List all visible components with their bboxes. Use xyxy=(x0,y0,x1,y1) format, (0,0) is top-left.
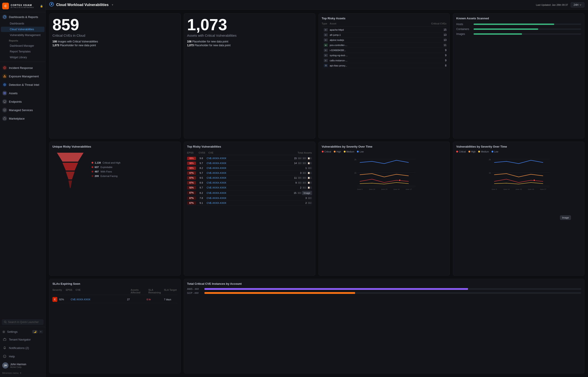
cve-id[interactable]: CVE-XXXX-XXXX xyxy=(71,298,125,301)
list-item[interactable]: ⊞ i-024669436f... 9 xyxy=(322,48,447,53)
svg-rect-12 xyxy=(5,93,6,94)
sidebar-item-marketplace[interactable]: Marketplace xyxy=(0,114,45,122)
critical-cves-sub1: 108 Images with Critical Vulnerabilities xyxy=(52,40,177,43)
settings-label: Settings xyxy=(7,330,18,333)
light-mode-btn[interactable]: ☀ xyxy=(38,330,43,333)
cve-id[interactable]: CVE-XXXX-XXXX xyxy=(207,186,294,189)
notifications-item[interactable]: Notifications (2) xyxy=(0,344,45,352)
asset-icons: ⊞2📋1 xyxy=(302,172,312,174)
time-range-selector[interactable]: 24H xyxy=(571,2,584,8)
table-row[interactable]: 99% 9.8 CVE-XXXX-XXXX 15 ⊞4⊞5📋5 xyxy=(187,156,312,161)
chevron-down-icon xyxy=(579,4,582,6)
topbar: Cloud Workload Vulnerabilities ▾ Last Up… xyxy=(46,0,588,10)
detection-icon xyxy=(2,82,7,87)
tenant-navigator-item[interactable]: Tenant Navigator xyxy=(0,335,45,344)
minimize-menu-btn[interactable]: Minimize menu xyxy=(0,370,45,376)
list-item[interactable]: ⊞ apache:httpd 15 xyxy=(322,27,447,33)
cve-id[interactable]: CVE-XXXX-XXXX xyxy=(207,181,289,184)
svg-marker-29 xyxy=(66,172,75,179)
sidebar-item-vuln-mgmt[interactable]: Vulnerability Management xyxy=(1,33,45,38)
list-item[interactable]: ▣ pos-controller-... 11 xyxy=(322,43,447,48)
asset-icons: ⊞5⊞5📋1 xyxy=(298,177,312,179)
table-row[interactable]: 97% 8.9 CVE-XXXX-XXXX 9 ⊞3⊞3📋3 xyxy=(187,180,312,185)
table-row[interactable]: C 92% CVE-XXXX-XXXX 27 6 hr 7 days xyxy=(52,296,177,303)
sidebar-item-dashboards-sub[interactable]: Dashboards xyxy=(1,21,45,26)
table-row[interactable]: 87% 8.2 CVE-XXXX-XXXX 15 ⊞4 Image xyxy=(187,190,312,196)
managed-icon xyxy=(2,107,7,112)
col-asset: Asset xyxy=(330,22,429,25)
sla-col-assets: Assets Affected xyxy=(131,289,149,294)
assets-critical-number: 1,073 xyxy=(187,17,312,33)
table-row[interactable]: 87% 7.8 CVE-XXXX-XXXX 3 ⊞3 xyxy=(187,196,312,201)
svg-rect-10 xyxy=(5,92,6,93)
cve-id[interactable]: CVE-XXXX-XXXX xyxy=(207,197,299,199)
cve-id[interactable]: CVE-XXXX-XXXX xyxy=(207,177,289,179)
cvss-value: 9.7 xyxy=(197,186,206,189)
cve-id[interactable]: CVE-XXXX-XXXX xyxy=(207,157,289,160)
list-item[interactable]: ⊞ alpine:nodejs 13 xyxy=(322,37,447,43)
table-row[interactable]: 98% 9.7 CVE-XXXX-XXXX 14 ⊞3⊞5📋5 xyxy=(187,161,312,166)
account-gcp-label: GCP - ### xyxy=(187,292,203,294)
sidebar-item-report-templates[interactable]: Report Templates xyxy=(1,49,45,54)
dark-mode-btn[interactable]: 🌙 xyxy=(32,330,37,333)
sidebar-item-assets[interactable]: Assets xyxy=(0,88,45,97)
assets-count: 11 xyxy=(290,177,297,179)
table-row[interactable]: 87% 9.1 CVE-XXXX-XXXX 2 ⊞2 xyxy=(187,201,312,206)
list-item[interactable]: ⊞ afr-jump-1 13 xyxy=(322,33,447,37)
sidebar-item-dashboards[interactable]: Dashboards & Reports xyxy=(0,12,45,21)
quick-launcher-search[interactable]: Search in Quick Launcher xyxy=(2,319,44,325)
user-profile[interactable]: JH John Harmon Acme Corp. xyxy=(0,361,45,370)
assets-count: 14 xyxy=(290,162,297,165)
table-row[interactable]: 97% 9.5 CVE-XXXX-XXXX 11 ⊞5⊞5📋1 xyxy=(187,176,312,180)
cve-id[interactable]: CVE-XXXX-XXXX xyxy=(207,202,299,204)
cve-id[interactable]: CVE-XXXX-XXXX xyxy=(207,192,289,194)
list-item[interactable]: ⊞ syslog-ng-test-... 9 xyxy=(322,53,447,58)
help-item[interactable]: ? Help xyxy=(0,352,45,361)
list-item[interactable]: ⊞ callu-instance-... 9 xyxy=(322,58,447,63)
table-row[interactable]: 97% 9.7 CVE-XXXX-XXXX 3 ⊞2📋1 xyxy=(187,171,312,176)
sidebar-item-detection[interactable]: Detection & Threat Intel xyxy=(0,80,45,88)
settings-item[interactable]: Settings 🌙 ☀ xyxy=(0,328,45,335)
list-item[interactable]: 🖼 api-rbac-proxy... 8 xyxy=(322,63,447,68)
sidebar-item-cloud-vulns[interactable]: Cloud Vulnerabilities xyxy=(1,27,45,32)
sidebar-item-managed[interactable]: Managed Services xyxy=(0,105,45,114)
cve-id[interactable]: CVE-XXXX-XXXX xyxy=(207,167,299,169)
sidebar-item-endpoints[interactable]: Endpoints xyxy=(0,97,45,105)
detection-label: Detection & Threat Intel xyxy=(9,83,39,86)
page-title: Cloud Workload Vulnerabilities xyxy=(56,3,109,7)
exposure-label: Exposure Management xyxy=(9,75,39,78)
cve-id[interactable]: CVE-XXXX-XXXX xyxy=(207,162,289,165)
cve-id[interactable]: CVE-XXXX-XXXX xyxy=(207,172,294,174)
sidebar-item-incident[interactable]: Incident Response xyxy=(0,63,45,71)
epss-badge: 98% xyxy=(187,162,196,165)
col-cvss: CVSS xyxy=(199,151,208,154)
unique-risky-card: Unique Risky Vulnerabilities 1,138 Cr xyxy=(49,141,181,276)
svg-text:June 17: June 17 xyxy=(540,188,546,190)
svg-rect-22 xyxy=(3,339,6,341)
svg-text:2k: 2k xyxy=(489,158,491,161)
epss-pct: 92% xyxy=(59,298,69,301)
svg-marker-30 xyxy=(69,180,72,188)
sidebar-item-dashboard-manager[interactable]: Dashboard Manager xyxy=(1,43,45,48)
assets-count: 15 xyxy=(290,157,297,160)
page-dropdown-icon[interactable]: ▾ xyxy=(112,3,113,6)
sla-col-epss: EPSS xyxy=(66,289,76,294)
table-row[interactable]: 92% 9.7 CVE-XXXX-XXXX 2 ⊞1📋1 xyxy=(187,185,312,190)
brand-name: CORTEX XSIAM xyxy=(11,4,34,6)
sidebar-group-customize[interactable]: Reports xyxy=(0,38,45,43)
sla-target: 7 days xyxy=(164,298,177,301)
sidebar-item-exposure[interactable]: Exposure Management xyxy=(0,71,45,80)
svg-text:June 16: June 16 xyxy=(393,188,400,190)
table-row[interactable]: 98% 8.2 CVE-XXXX-XXXX 1 ⊞1 xyxy=(187,166,312,171)
sidebar-item-widget-library[interactable]: Widget Library xyxy=(1,55,45,60)
sidebar: C CORTEX XSIAM BY PALO ALTO NETWORKS 🔒 D… xyxy=(0,0,46,377)
progress-images: Images xyxy=(456,33,581,35)
cvss-value: 8.2 xyxy=(197,192,206,194)
marketplace-icon xyxy=(2,116,7,121)
assets-count: 2 xyxy=(300,202,307,204)
svg-text:June 15: June 15 xyxy=(516,188,522,190)
asset-cves: 13 xyxy=(429,33,446,36)
asset-name: i-024669436f... xyxy=(330,49,429,52)
svg-marker-27 xyxy=(57,153,83,162)
funnel-item-exploitable: 637 Exploitable xyxy=(92,166,120,168)
